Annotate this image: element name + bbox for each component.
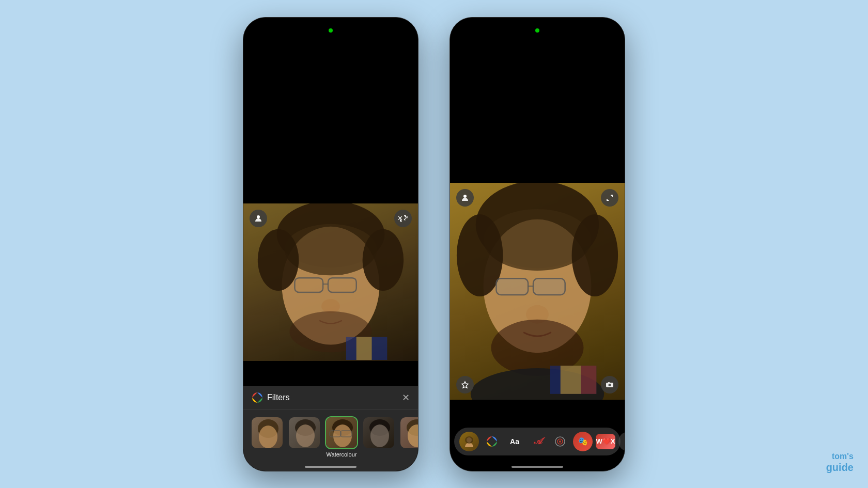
filters-header: Filters ✕	[243, 386, 418, 410]
toolbar-style-btn[interactable]: 𝒜	[528, 432, 547, 451]
filter-item-4[interactable]	[399, 416, 418, 458]
filter-thumb-watercolour[interactable]	[325, 416, 358, 449]
left-phone-content: ✕⤢	[243, 43, 418, 471]
toolbar-sticker-btn[interactable]: 🎭	[573, 432, 593, 451]
toolbar-colors-btn[interactable]	[482, 432, 502, 451]
right-phone-top-bar	[450, 18, 625, 43]
svg-rect-40	[581, 366, 597, 394]
filters-scroll: Watercolour	[243, 410, 418, 466]
svg-point-20	[333, 424, 352, 447]
toolbar-text-btn[interactable]: Aa	[505, 432, 524, 451]
right-phone-content: Aa 𝒜	[450, 43, 625, 471]
right-phone: Aa 𝒜	[450, 17, 625, 471]
filter-item-watercolour[interactable]: Watercolour	[325, 416, 358, 458]
left-face-bg	[243, 203, 418, 361]
svg-point-47	[465, 436, 473, 444]
svg-rect-32	[496, 278, 528, 295]
watermark-line2: guide	[826, 461, 854, 474]
right-face-svg	[450, 183, 625, 400]
svg-point-24	[370, 424, 389, 447]
filters-panel: Filters ✕	[243, 386, 418, 471]
left-video-person-btn[interactable]	[250, 210, 267, 227]
right-video-person-btn[interactable]	[456, 189, 474, 207]
svg-rect-45	[608, 382, 610, 383]
left-phone-top-bar	[243, 18, 418, 43]
toolbar-text-label: Aa	[510, 437, 519, 446]
svg-point-44	[609, 384, 611, 386]
svg-rect-33	[533, 278, 565, 295]
filter-thumb-1[interactable]	[288, 416, 321, 449]
right-video-expand-btn[interactable]	[601, 189, 618, 207]
right-home-indicator	[512, 466, 563, 468]
svg-point-48	[489, 439, 494, 444]
left-home-indicator	[305, 466, 357, 468]
filter-thumb-0[interactable]	[251, 416, 284, 449]
filter-thumb-3[interactable]	[362, 416, 395, 449]
google-colors-icon	[252, 392, 263, 403]
filter-item-3[interactable]	[362, 416, 395, 458]
right-video-area	[450, 183, 625, 400]
toms-guide-watermark: tom's guide	[826, 451, 854, 474]
toolbar-circle-btn[interactable]	[550, 432, 570, 451]
svg-point-51	[559, 440, 561, 443]
right-video-camera-btn[interactable]	[601, 376, 618, 393]
svg-point-41	[463, 195, 467, 198]
right-black-area	[450, 43, 625, 183]
svg-point-16	[259, 426, 277, 448]
right-camera-dot	[535, 28, 539, 33]
filters-title-row: Filters	[252, 392, 290, 403]
filter-thumb-4[interactable]	[399, 416, 418, 449]
svg-point-18	[296, 424, 315, 447]
toolbar-more-btn[interactable]: ›	[618, 432, 625, 451]
left-camera-dot	[329, 28, 333, 33]
svg-point-31	[572, 214, 618, 296]
left-phone: ✕⤢	[243, 17, 419, 471]
filters-title: Filters	[267, 393, 290, 402]
svg-rect-39	[561, 366, 581, 394]
filter-item-1[interactable]	[288, 416, 321, 458]
left-video-expand-btn[interactable]: ✕⤢	[394, 210, 412, 227]
filters-close-btn[interactable]: ✕	[402, 392, 410, 403]
right-toolbar-area: Aa 𝒜	[450, 428, 625, 455]
toolbar-avatar-btn[interactable]	[459, 432, 479, 451]
watermark-line1: tom's	[826, 451, 854, 461]
svg-point-12	[257, 215, 260, 218]
svg-marker-42	[462, 382, 468, 388]
left-black-area	[243, 43, 418, 203]
left-video-area: ✕⤢	[243, 203, 418, 361]
filter-watercolour-label: Watercolour	[327, 451, 357, 458]
right-toolbar-row: Aa 𝒜	[454, 428, 621, 455]
svg-point-14	[255, 395, 260, 400]
filter-item-0[interactable]	[251, 416, 284, 458]
right-video-star-btn[interactable]	[456, 376, 474, 393]
toolbar-heart-btn[interactable]: W❤️X	[596, 434, 615, 449]
